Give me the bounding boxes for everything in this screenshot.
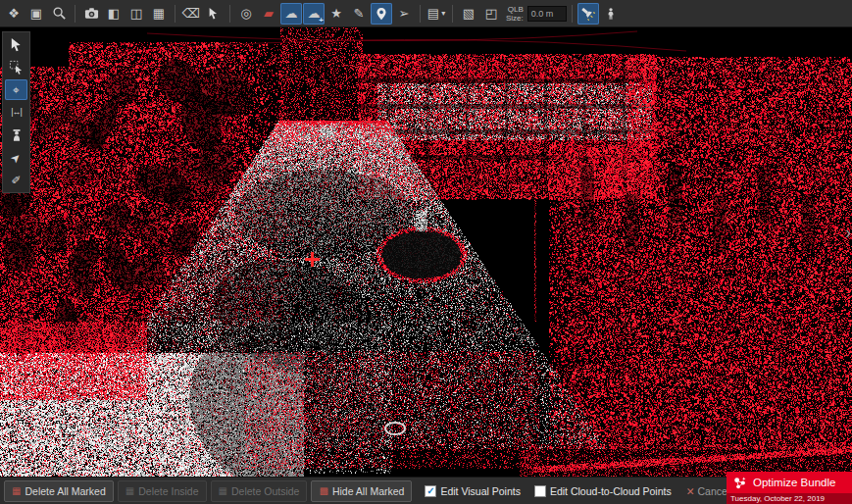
display-glyph: ▣	[30, 7, 42, 20]
delete-outside-button[interactable]: ▦Delete Outside	[211, 480, 308, 502]
edit-cloud-to-cloud-points-label: Edit Cloud-to-Cloud Points	[550, 485, 672, 497]
layout-quad-glyph: ▦	[153, 7, 165, 20]
delete-all-marked-button[interactable]: ▦Delete All Marked	[4, 480, 114, 502]
crop-box-icon[interactable]: ▧	[458, 3, 479, 25]
export-pose-icon[interactable]: ➢	[393, 3, 415, 25]
pan-view-glyph: ❖	[8, 7, 20, 20]
edit-glyph: ✎	[354, 7, 365, 20]
layout-single-icon[interactable]: ◧	[103, 3, 125, 25]
display-icon[interactable]: ▣	[25, 3, 47, 25]
eraser-glyph: ⌫	[182, 7, 200, 20]
toolbar-separator	[420, 5, 421, 23]
star-glyph: ★	[330, 7, 342, 20]
tool-dropdown-icon[interactable]: ▤▾	[426, 3, 447, 25]
toolbar-separator	[229, 5, 230, 23]
edit-icon[interactable]: ✎	[348, 3, 370, 25]
flashlight-glyph	[580, 6, 595, 21]
close-icon: ✕	[686, 485, 695, 497]
station-view-glyph	[10, 128, 24, 142]
orbit-pan-glyph: ⌖	[13, 84, 20, 96]
add-cloud-icon[interactable]: ☁+	[303, 3, 325, 25]
delete-inside-label: Delete Inside	[138, 485, 198, 497]
paint-select-icon[interactable]: ✐	[5, 170, 27, 190]
hide-all-marked-label: Hide All Marked	[332, 485, 405, 497]
circle-select-icon[interactable]: ◎	[235, 3, 257, 25]
measure-glyph: |↔|	[11, 108, 22, 117]
point-cloud-glyph: ☁	[285, 7, 298, 20]
bottom-toolbar: ▦Delete All Marked ▦Delete Inside ▦Delet…	[0, 477, 852, 504]
select-arrow-icon[interactable]	[5, 34, 27, 55]
chevron-down-icon: ▾	[441, 9, 445, 18]
qlb-line1: QLB	[508, 5, 524, 14]
optimize-bundle-main[interactable]: Optimize Bundle	[727, 472, 852, 493]
optimize-bundle-label: Optimize Bundle	[753, 477, 835, 488]
checkbox-box[interactable]: ✓	[425, 485, 436, 497]
select-arrow-glyph	[9, 37, 24, 52]
model-box-icon[interactable]: ◰	[480, 3, 502, 25]
edit-visual-points-checkbox[interactable]: ✓ Edit Visual Points	[425, 485, 521, 497]
hide-all-marked-button[interactable]: ▩Hide All Marked	[311, 480, 412, 502]
delete-marked-icon: ▦	[12, 486, 21, 496]
bundle-icon	[731, 475, 748, 491]
model-box-glyph: ◰	[485, 7, 497, 20]
edit-cloud-to-cloud-points-checkbox[interactable]: ✓ Edit Cloud-to-Cloud Points	[534, 485, 672, 497]
cursor-tool-icon[interactable]	[203, 3, 225, 25]
check-icon: ✓	[426, 485, 434, 496]
pointcloud-viewport-canvas[interactable]	[0, 27, 852, 477]
camera-icon[interactable]	[80, 3, 102, 25]
cancel-label: Cancel	[697, 485, 729, 497]
person-glyph	[604, 7, 618, 21]
qlb-size-label: QLBSize:	[506, 5, 524, 23]
station-view-icon[interactable]	[5, 125, 27, 145]
plus-badge: +	[319, 16, 324, 25]
walk-mode-icon[interactable]	[600, 3, 622, 25]
hide-marked-icon: ▩	[319, 486, 327, 496]
cursor-glyph	[207, 7, 221, 21]
star-icon[interactable]: ★	[326, 3, 347, 25]
delete-outside-label: Delete Outside	[231, 485, 299, 497]
layout-split-glyph: ◫	[130, 7, 142, 20]
left-tool-palette: ⌖ |↔| ➤ ✐	[2, 31, 30, 193]
app-window: ❖ ▣ ◧ ◫ ▦ ⌫ ◎ ▰ ☁ ☁+ ★ ✎ ➢ ▤▾ ▧ ◰ QLBS	[0, 0, 852, 504]
zoom-extents-icon[interactable]	[48, 3, 70, 25]
navigate-icon[interactable]: ➤	[5, 147, 27, 168]
qlb-line2: Size:	[506, 14, 524, 23]
toolbar-separator	[75, 5, 75, 23]
measure-icon[interactable]: |↔|	[5, 102, 27, 123]
panel-expand-chevron-icon[interactable]: ›	[845, 224, 851, 241]
rect-select-glyph	[9, 60, 24, 75]
cancel-button[interactable]: ✕ Cancel	[686, 485, 730, 497]
rect-select-icon[interactable]	[5, 57, 27, 77]
paint-select-glyph: ✐	[11, 175, 21, 186]
circle-select-glyph: ◎	[240, 7, 251, 20]
viewport: ⌖ |↔| ➤ ✐ ›	[0, 27, 852, 477]
delete-inside-icon: ▦	[125, 486, 134, 496]
checkbox-box[interactable]: ✓	[534, 485, 546, 497]
flashlight-icon[interactable]	[577, 3, 599, 25]
delete-outside-icon: ▦	[219, 486, 227, 496]
toolbar-separator	[572, 5, 573, 23]
toolbar-separator	[452, 5, 453, 23]
camera-glyph	[84, 6, 99, 21]
navigate-glyph: ➤	[9, 150, 25, 166]
top-toolbar: ❖ ▣ ◧ ◫ ▦ ⌫ ◎ ▰ ☁ ☁+ ★ ✎ ➢ ▤▾ ▧ ◰ QLBS	[0, 0, 852, 27]
eraser-icon[interactable]: ⌫	[180, 3, 202, 25]
pan-view-icon[interactable]: ❖	[3, 3, 25, 25]
layout-quad-icon[interactable]: ▦	[148, 3, 170, 25]
edit-visual-points-label: Edit Visual Points	[440, 485, 521, 497]
optimize-bundle-button[interactable]: Optimize Bundle Tuesday, October 22, 201…	[727, 472, 852, 504]
layout-single-glyph: ◧	[108, 7, 120, 20]
export-pose-glyph: ➢	[399, 7, 410, 20]
magnifier-glyph	[52, 6, 67, 21]
orbit-pan-icon[interactable]: ⌖	[5, 79, 27, 100]
location-pin-icon[interactable]	[371, 3, 392, 25]
mark-region-glyph: ▰	[264, 7, 274, 20]
crop-box-glyph: ▧	[463, 7, 475, 20]
delete-inside-button[interactable]: ▦Delete Inside	[118, 480, 207, 502]
pin-glyph	[375, 7, 388, 21]
layout-split-icon[interactable]: ◫	[125, 3, 147, 25]
qlb-size-input[interactable]: 0.0 m	[527, 6, 567, 22]
mark-region-icon[interactable]: ▰	[258, 3, 279, 25]
point-cloud-icon[interactable]: ☁	[280, 3, 302, 25]
status-date: Tuesday, October 22, 2019	[727, 493, 852, 504]
